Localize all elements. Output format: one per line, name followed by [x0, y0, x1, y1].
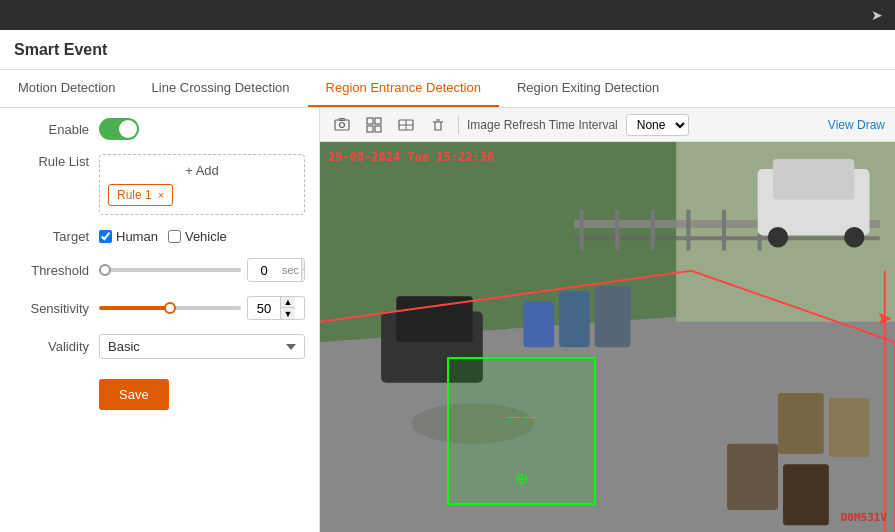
sensitivity-up-button[interactable]: ▲	[281, 297, 295, 308]
vehicle-checkbox[interactable]	[168, 230, 181, 243]
human-checkbox[interactable]	[99, 230, 112, 243]
human-checkbox-label[interactable]: Human	[99, 229, 158, 244]
svg-rect-17	[651, 210, 655, 251]
svg-rect-5	[367, 126, 373, 132]
delete-icon[interactable]	[426, 113, 450, 137]
add-rule-button[interactable]: + Add	[108, 163, 296, 178]
threshold-input[interactable]: 0	[248, 261, 280, 280]
svg-rect-27	[595, 286, 631, 347]
tabs-bar: Motion Detection Line Crossing Detection…	[0, 70, 895, 108]
top-bar: ➤	[0, 0, 895, 30]
image-capture-icon[interactable]	[330, 113, 354, 137]
rule-1-label: Rule 1	[117, 188, 152, 202]
right-panel: Image Refresh Time Interval None 1s 5s 1…	[320, 108, 895, 532]
svg-rect-6	[375, 126, 381, 132]
tab-exiting[interactable]: Region Exiting Detection	[499, 70, 677, 107]
threshold-down-button[interactable]: ▼	[302, 270, 305, 281]
svg-rect-14	[574, 236, 879, 240]
region-move-icon: ⊕	[515, 469, 528, 488]
boundary-arrow-icon: ➤	[876, 306, 893, 330]
sensitivity-down-button[interactable]: ▼	[281, 308, 295, 319]
refresh-select[interactable]: None 1s 5s 10s	[626, 114, 689, 136]
rule-list-row: Rule List + Add Rule 1 ×	[14, 154, 305, 215]
threshold-slider[interactable]	[99, 268, 241, 272]
camera-watermark: D0M531V	[841, 511, 887, 524]
grid-icon[interactable]	[362, 113, 386, 137]
region-center-marker: — —	[506, 409, 536, 424]
rule-1-tag[interactable]: Rule 1 ×	[108, 184, 173, 206]
rule-1-close[interactable]: ×	[158, 189, 164, 201]
page-title: Smart Event	[0, 30, 895, 70]
left-panel: Enable Rule List + Add Rule 1 × Target	[0, 108, 320, 532]
svg-rect-19	[722, 210, 726, 251]
vehicle-checkbox-label[interactable]: Vehicle	[168, 229, 227, 244]
threshold-spin-buttons: ▲ ▼	[301, 259, 305, 281]
detection-region-green: — — ⊕	[447, 357, 597, 505]
aspect-icon[interactable]	[394, 113, 418, 137]
svg-rect-29	[829, 398, 870, 457]
svg-rect-3	[367, 118, 373, 124]
svg-rect-18	[686, 210, 690, 251]
rule-list-box: + Add Rule 1 ×	[99, 154, 305, 215]
toolbar-row: Image Refresh Time Interval None 1s 5s 1…	[320, 108, 895, 142]
tab-entrance[interactable]: Region Entrance Detection	[308, 70, 499, 107]
send-icon: ➤	[871, 7, 883, 23]
threshold-input-group: 0 sec ▲ ▼	[247, 258, 305, 282]
vehicle-label: Vehicle	[185, 229, 227, 244]
tab-line[interactable]: Line Crossing Detection	[134, 70, 308, 107]
main-content: Enable Rule List + Add Rule 1 × Target	[0, 108, 895, 532]
validity-label: Validity	[14, 339, 99, 354]
svg-point-23	[768, 227, 788, 247]
threshold-slider-container: 0 sec ▲ ▼	[99, 258, 305, 282]
svg-rect-4	[375, 118, 381, 124]
threshold-up-button[interactable]: ▲	[302, 259, 305, 270]
camera-feed: — — ⊕ ➤ 29-08-2024 Tue 15:22:36 D0M531V	[320, 142, 895, 532]
enable-toggle[interactable]	[99, 118, 139, 140]
target-checkboxes: Human Vehicle	[99, 229, 227, 244]
sensitivity-input[interactable]: 50	[248, 299, 280, 318]
enable-row: Enable	[14, 118, 305, 140]
rule-list-label: Rule List	[14, 154, 99, 169]
svg-rect-25	[524, 301, 555, 347]
validity-row: Validity Basic Advanced	[14, 334, 305, 359]
save-button[interactable]: Save	[99, 379, 169, 410]
human-label: Human	[116, 229, 158, 244]
sensitivity-slider-container: 50 ▲ ▼	[99, 296, 305, 320]
scene-overlay	[320, 142, 895, 532]
svg-rect-30	[727, 444, 778, 510]
svg-point-24	[844, 227, 864, 247]
save-row: Save	[14, 373, 305, 410]
svg-point-1	[340, 122, 345, 127]
sensitivity-input-group: 50 ▲ ▼	[247, 296, 305, 320]
validity-select[interactable]: Basic Advanced	[99, 334, 305, 359]
svg-rect-28	[778, 393, 824, 454]
svg-rect-31	[783, 464, 829, 525]
tab-motion[interactable]: Motion Detection	[0, 70, 134, 107]
sensitivity-slider[interactable]	[99, 306, 241, 310]
svg-rect-26	[559, 291, 590, 347]
refresh-label: Image Refresh Time Interval	[467, 118, 618, 132]
sensitivity-spin-buttons: ▲ ▼	[280, 297, 295, 319]
threshold-unit: sec	[280, 264, 301, 276]
sensitivity-label: Sensitivity	[14, 301, 99, 316]
toolbar-separator	[458, 116, 459, 134]
enable-label: Enable	[14, 122, 99, 137]
threshold-row: Threshold 0 sec ▲ ▼	[14, 258, 305, 282]
target-row: Target Human Vehicle	[14, 229, 305, 244]
svg-rect-0	[335, 120, 349, 130]
camera-timestamp: 29-08-2024 Tue 15:22:36	[328, 150, 494, 164]
sensitivity-row: Sensitivity 50 ▲ ▼	[14, 296, 305, 320]
threshold-label: Threshold	[14, 263, 99, 278]
svg-rect-22	[773, 159, 854, 200]
page-title-text: Smart Event	[14, 41, 107, 59]
target-label: Target	[14, 229, 99, 244]
svg-rect-16	[615, 210, 619, 251]
svg-rect-15	[580, 210, 584, 251]
view-draw-button[interactable]: View Draw	[828, 118, 885, 132]
